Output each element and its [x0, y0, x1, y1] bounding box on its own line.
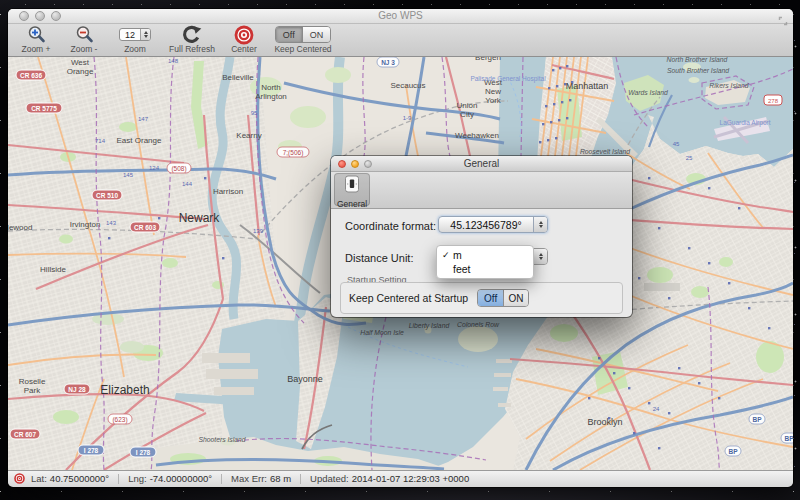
general-preferences-dialog: General General Coordinate format: 45.12…	[331, 156, 632, 317]
zoom-level-control: 12 Zoom	[112, 25, 158, 54]
svg-text:1-9: 1-9	[403, 115, 412, 121]
status-bar: Lat: 40.75000000° Lng: -74.00000000° Max…	[8, 470, 793, 486]
svg-text:(508): (508)	[171, 165, 186, 173]
map-label: Elizabeth	[100, 383, 149, 397]
svg-text:NJ 3: NJ 3	[381, 59, 395, 66]
svg-text:CR 5775: CR 5775	[31, 105, 57, 112]
svg-text:CR 636: CR 636	[20, 72, 42, 79]
svg-text:139: 139	[253, 228, 264, 234]
svg-text:I 278: I 278	[84, 447, 99, 454]
svg-text:25: 25	[686, 155, 693, 161]
map-label: Bergen	[475, 57, 501, 62]
keep-centered-control: Off ON Keep Centered	[270, 25, 336, 54]
zoom-level-stepper[interactable]: 12	[119, 28, 151, 41]
status-max-error: Max Err: 68 m	[231, 473, 291, 484]
map-label: Bayonne	[287, 374, 323, 384]
map-label: Palisade General Hospital	[470, 75, 546, 83]
popup-stepper-icon	[533, 249, 547, 264]
map-label: Orange	[67, 67, 94, 76]
distance-unit-label: Distance Unit:	[345, 252, 413, 264]
svg-text:144: 144	[182, 181, 193, 187]
dialog-toolbar: General	[331, 172, 632, 209]
keep-centered-at-startup-label: Keep Centered at Startup	[349, 292, 468, 304]
map-label: Wards Island	[628, 89, 668, 96]
svg-text:278: 278	[768, 98, 779, 104]
map-label: City	[460, 110, 474, 119]
zoom-level-value: 12	[120, 30, 140, 40]
map-label: North Brother Island	[667, 57, 728, 63]
full-refresh-button[interactable]: Full Refresh	[166, 25, 218, 54]
center-button[interactable]: Center	[226, 25, 262, 54]
svg-text:CR 510: CR 510	[96, 192, 118, 199]
map-label: Secaucus	[390, 81, 425, 90]
svg-text:BP: BP	[784, 435, 793, 442]
svg-text:BP: BP	[752, 416, 762, 423]
stepper-arrows-icon[interactable]	[140, 29, 150, 40]
svg-text:714: 714	[95, 138, 106, 144]
keep-centered-on-button[interactable]: ON	[302, 27, 331, 42]
map-label: Half Moon Isle	[360, 329, 404, 336]
svg-text:145: 145	[123, 172, 134, 178]
startup-on-button[interactable]: ON	[503, 290, 528, 306]
dialog-tab-general[interactable]: General	[334, 173, 370, 206]
main-toolbar: Zoom + Zoom - 12 Zoom Full Refresh	[8, 24, 793, 57]
coordinate-format-popup[interactable]: 45.123456789°	[438, 216, 548, 233]
map-label: Colonels Row	[457, 321, 500, 328]
fullscreen-icon[interactable]	[778, 12, 788, 30]
menu-item-feet[interactable]: feet	[437, 262, 533, 276]
svg-text:BP: BP	[728, 448, 738, 455]
map-label: Maplewood	[8, 223, 32, 232]
map-label: Union	[457, 101, 478, 110]
map-label: North	[261, 83, 281, 92]
main-titlebar[interactable]: Geo WPS	[8, 9, 793, 24]
svg-text:124: 124	[149, 165, 160, 171]
checkmark-icon: ✓	[442, 250, 453, 260]
map-label: Liberty Island	[409, 322, 450, 330]
svg-text:148: 148	[168, 58, 179, 64]
svg-text:147: 147	[138, 116, 149, 122]
status-updated: Updated: 2014-01-07 12:29:03 +0000	[310, 473, 469, 484]
map-label: Rikers Island	[709, 82, 749, 89]
startup-keep-centered-segmented: Off ON	[477, 289, 529, 307]
map-label: Brooklyn	[587, 417, 622, 427]
map-label: LaGuardia Airport	[720, 119, 771, 127]
map-label: Arlington	[255, 92, 287, 101]
map-label: Weehawken	[455, 131, 499, 140]
zoom-out-button[interactable]: Zoom -	[64, 25, 104, 54]
coordinate-format-value: 45.123456789°	[439, 219, 533, 231]
map-label: Belleville	[222, 73, 254, 82]
svg-text:7;(506): 7;(506)	[283, 149, 304, 157]
svg-text:NJ 28: NJ 28	[68, 386, 86, 393]
dialog-titlebar[interactable]: General	[331, 156, 632, 172]
zoom-in-button[interactable]: Zoom +	[16, 25, 56, 54]
map-label: York	[485, 96, 502, 105]
map-label: Hillside	[40, 265, 66, 274]
map-label: South Brother Island	[667, 67, 729, 74]
zoom-out-icon	[75, 25, 94, 44]
map-label: New	[485, 87, 501, 96]
bullseye-icon	[234, 25, 254, 44]
map-label: Roselle	[19, 377, 46, 386]
map-label: East Orange	[117, 136, 162, 145]
status-longitude: Lng: -74.00000000°	[128, 473, 212, 484]
keep-centered-off-button[interactable]: Off	[276, 27, 302, 42]
menu-item-m[interactable]: ✓ m	[437, 248, 533, 262]
svg-text:143: 143	[106, 220, 117, 226]
window-title: Geo WPS	[8, 10, 793, 21]
startup-off-button[interactable]: Off	[478, 290, 503, 306]
map-label: Harrison	[213, 187, 243, 196]
popup-stepper-icon	[533, 217, 547, 232]
svg-text:I 278: I 278	[136, 449, 151, 456]
startup-setting-group: Keep Centered at Startup Off ON	[340, 282, 623, 314]
svg-text:95: 95	[251, 110, 258, 116]
map-label: Park	[24, 386, 41, 395]
svg-text:CR 603: CR 603	[134, 224, 156, 231]
status-bullseye-icon	[14, 473, 25, 484]
distance-unit-menu: ✓ m feet	[436, 245, 534, 279]
map-label: Kearny	[236, 131, 261, 140]
keep-centered-segmented: Off ON	[275, 26, 331, 43]
map-label: Manhattan	[566, 81, 609, 91]
map-label: Newark	[179, 211, 221, 225]
dialog-title: General	[331, 158, 632, 169]
map-label: Shooters Island	[198, 436, 245, 443]
